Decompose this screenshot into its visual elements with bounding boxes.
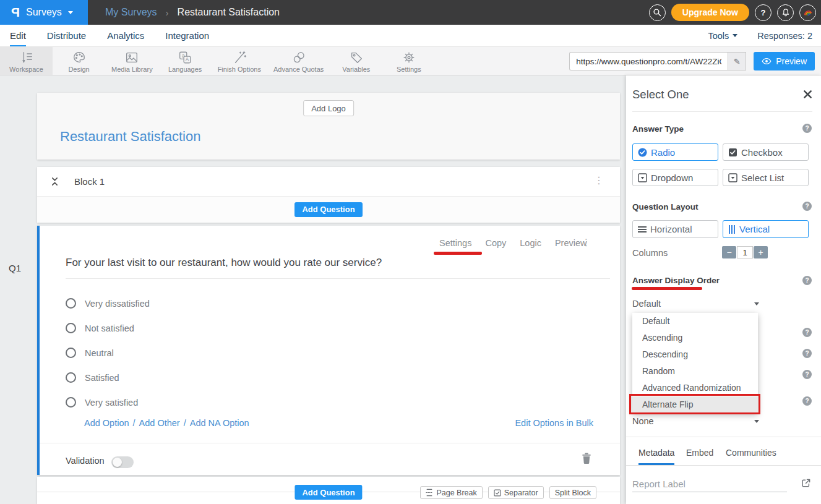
menu-item-default[interactable]: Default [632, 313, 758, 330]
radio-button[interactable] [66, 323, 76, 333]
separator-button[interactable]: Separator [488, 486, 544, 499]
tools-menu[interactable]: Tools [708, 31, 737, 41]
question-tab-copy[interactable]: Copy [485, 238, 506, 248]
question-tab-settings[interactable]: Settings [439, 238, 471, 248]
help-icon[interactable]: ? [802, 124, 812, 133]
add-na-option-link[interactable]: Add NA Option [190, 418, 249, 428]
radio-button[interactable] [66, 397, 76, 408]
block-menu-dots-icon[interactable]: ⋮ [594, 176, 604, 186]
survey-header-card: Add Logo Restaurant Satisfaction [37, 93, 620, 160]
block-title[interactable]: Block 1 [74, 176, 105, 187]
survey-title[interactable]: Restaurant Satisfaction [60, 129, 200, 145]
add-option-link[interactable]: Add Option [84, 418, 129, 428]
search-icon[interactable] [649, 4, 666, 21]
add-question-button-top[interactable]: Add Question [294, 202, 362, 217]
answer-type-select-list-button[interactable]: Select List [723, 169, 809, 186]
tab-integration[interactable]: Integration [165, 25, 209, 46]
toolbar-item-label: Languages [168, 66, 202, 73]
layout-vertical-button[interactable]: Vertical [723, 220, 809, 238]
help-icon[interactable]: ? [802, 396, 812, 406]
survey-url-input[interactable] [569, 52, 728, 70]
responses-count[interactable]: Responses: 2 [757, 31, 812, 41]
columns-value[interactable]: 1 [737, 246, 753, 258]
add-logo-button[interactable]: Add Logo [303, 100, 354, 116]
edit-url-pencil-icon[interactable]: ✎ [728, 52, 746, 70]
menu-item-advanced-randomization[interactable]: Advanced Randomization [632, 380, 758, 396]
toolbar-item-variables[interactable]: Variables [330, 47, 382, 75]
radio-button[interactable] [66, 298, 76, 309]
editor-toolbar: Workspace Design Media Library aA Langua… [0, 47, 821, 75]
layout-horizontal-button[interactable]: Horizontal [632, 220, 718, 238]
toolbar-item-design[interactable]: Design [53, 47, 105, 75]
answer-option-row: Very satisfied [66, 397, 138, 408]
add-question-button-bottom[interactable]: Add Question [294, 485, 362, 500]
upgrade-button[interactable]: Upgrade Now [671, 4, 749, 21]
gear-icon [402, 49, 416, 65]
report-label-input[interactable] [632, 476, 787, 492]
radio-button[interactable] [66, 372, 76, 383]
columns-increment-button[interactable]: + [754, 246, 768, 258]
split-block-button[interactable]: Split Block [549, 486, 596, 499]
toolbar-item-workspace[interactable]: Workspace [0, 47, 53, 75]
none-select[interactable]: None [632, 416, 759, 426]
answer-option-label[interactable]: Very satisfied [85, 398, 138, 408]
help-icon[interactable]: ? [802, 349, 812, 358]
answer-option-label[interactable]: Very dissatisfied [85, 299, 150, 309]
answer-option-label[interactable]: Satisfied [85, 373, 119, 383]
product-switcher[interactable]: P Surveys [0, 0, 88, 25]
notifications-bell-icon[interactable] [777, 4, 794, 21]
toolbar-item-languages[interactable]: aA Languages [159, 47, 212, 75]
close-panel-icon[interactable] [803, 90, 812, 99]
menu-item-alternate-flip[interactable]: Alternate Flip [632, 396, 758, 413]
question-text[interactable]: For your last visit to our restaurant, h… [66, 257, 382, 269]
tab-distribute[interactable]: Distribute [47, 25, 86, 46]
question-menu-dots-icon[interactable]: ⋮ [582, 237, 591, 247]
add-other-link[interactable]: Add Other [139, 418, 180, 428]
answer-display-order-select[interactable]: Default [632, 299, 759, 309]
annotation-underline-settings [434, 252, 482, 255]
collapse-block-icon[interactable] [51, 176, 59, 187]
chevron-down-icon [733, 34, 737, 37]
tab-edit[interactable]: Edit [10, 25, 26, 46]
panel-tab-embed[interactable]: Embed [686, 448, 713, 463]
toolbar-item-settings[interactable]: Settings [382, 47, 435, 75]
topbar-actions: Upgrade Now ? [649, 0, 816, 25]
toolbar-item-label: Advance Quotas [273, 66, 324, 73]
answer-type-dropdown-button[interactable]: Dropdown [632, 169, 718, 186]
radio-button[interactable] [66, 348, 76, 358]
question-tab-logic[interactable]: Logic [520, 238, 541, 248]
menu-item-ascending[interactable]: Ascending [632, 330, 758, 346]
selected-value: Default [632, 299, 661, 309]
toolbar-item-finish-options[interactable]: Finish Options [212, 47, 267, 75]
toolbar-item-advance-quotas[interactable]: Advance Quotas [267, 47, 330, 75]
tag-icon [349, 49, 364, 65]
help-icon[interactable]: ? [802, 370, 812, 379]
delete-question-trash-icon[interactable] [582, 453, 591, 464]
breadcrumb-my-surveys[interactable]: My Surveys [105, 7, 157, 18]
answer-option-label[interactable]: Not satisfied [85, 323, 134, 333]
checkbox-icon [728, 148, 737, 157]
toolbar-item-label: Media Library [111, 66, 153, 73]
preview-button[interactable]: Preview [754, 52, 815, 70]
columns-decrement-button[interactable]: − [722, 246, 736, 258]
external-link-icon[interactable] [801, 478, 811, 488]
page-break-icon [426, 489, 433, 497]
answer-option-label[interactable]: Neutral [85, 348, 114, 358]
menu-item-random[interactable]: Random [632, 363, 758, 380]
help-icon[interactable]: ? [802, 328, 812, 337]
help-icon[interactable]: ? [802, 276, 812, 285]
edit-options-in-bulk-link[interactable]: Edit Options in Bulk [515, 418, 593, 428]
avatar[interactable] [799, 4, 816, 21]
validation-toggle[interactable] [111, 456, 134, 468]
help-icon[interactable]: ? [755, 4, 772, 21]
help-icon[interactable]: ? [802, 202, 812, 211]
answer-type-checkbox-button[interactable]: Checkbox [723, 143, 809, 161]
answer-type-radio-button[interactable]: Radio [632, 143, 718, 161]
page-break-button[interactable]: Page Break [420, 486, 482, 499]
menu-item-descending[interactable]: Descending [632, 346, 758, 363]
tab-analytics[interactable]: Analytics [107, 25, 144, 46]
panel-tab-communities[interactable]: Communities [726, 448, 776, 463]
toolbar-item-media-library[interactable]: Media Library [105, 47, 159, 75]
panel-tab-metadata[interactable]: Metadata [638, 448, 674, 465]
split-block-label: Split Block [555, 489, 591, 497]
